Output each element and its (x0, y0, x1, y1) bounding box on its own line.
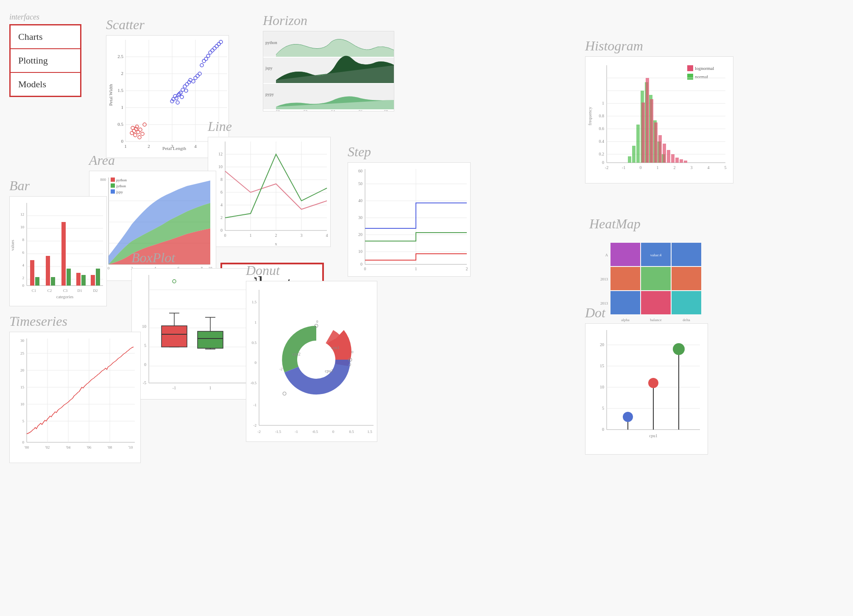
svg-text:jython: jython (116, 184, 126, 188)
svg-point-38 (192, 80, 195, 83)
svg-text:value:4: value:4 (650, 253, 662, 257)
sidebar-item-plotting[interactable]: Plotting (11, 49, 80, 73)
svg-text:-1.5: -1.5 (275, 430, 282, 434)
svg-text:3: 3 (691, 165, 693, 170)
svg-text:0: 0 (22, 440, 25, 444)
svg-point-39 (196, 74, 199, 78)
svg-rect-211 (67, 269, 71, 286)
svg-text:10: 10 (20, 225, 25, 229)
svg-text:0: 0 (121, 139, 124, 144)
donut-title: Donut (246, 263, 377, 278)
svg-text:10: 10 (358, 249, 362, 254)
svg-rect-103 (636, 125, 640, 163)
horizon-section: Horizon python jspy pypy 50s 52s 54s 56s… (263, 13, 394, 113)
svg-text:0.4: 0.4 (599, 139, 605, 144)
svg-text:1.5: 1.5 (117, 88, 123, 93)
step-section: Step 0 10 20 30 40 50 60 0 1 2 (348, 144, 471, 278)
line-section: Line 0 2 4 6 8 10 12 0 1 2 3 4 x values (208, 119, 331, 249)
svg-rect-214 (91, 275, 95, 286)
svg-text:1: 1 (602, 101, 604, 105)
sidebar-item-models[interactable]: Models (11, 73, 80, 96)
svg-text:1: 1 (250, 233, 252, 238)
step-title: Step (348, 144, 471, 160)
svg-text:6: 6 (220, 190, 223, 194)
svg-point-305 (623, 412, 633, 422)
svg-text:cpu3: cpu3 (325, 369, 333, 373)
svg-point-18 (131, 126, 134, 130)
svg-text:jypy: jypy (116, 190, 123, 194)
svg-text:0: 0 (220, 228, 223, 233)
svg-point-32 (176, 101, 179, 104)
svg-text:60: 60 (358, 169, 362, 173)
svg-rect-109 (632, 146, 636, 163)
svg-text:15: 15 (600, 363, 604, 368)
svg-text:10: 10 (600, 385, 604, 389)
svg-text:-2: -2 (348, 363, 351, 367)
svg-text:categories: categories (56, 294, 74, 299)
heatmap-title: HeatMap (589, 216, 721, 232)
svg-point-48 (215, 44, 218, 48)
svg-text:jspy: jspy (265, 66, 273, 70)
svg-point-20 (138, 136, 141, 139)
svg-point-44 (206, 54, 210, 58)
svg-text:0.8: 0.8 (599, 114, 605, 118)
svg-text:15: 15 (20, 385, 25, 389)
svg-text:-1: -1 (254, 403, 257, 407)
svg-rect-110 (628, 156, 631, 163)
svg-rect-152 (111, 189, 115, 194)
svg-rect-114 (650, 99, 653, 163)
sidebar-item-charts[interactable]: Charts (11, 25, 80, 49)
svg-rect-117 (663, 144, 666, 163)
svg-text:D1: D1 (78, 289, 82, 293)
svg-rect-212 (76, 273, 81, 286)
svg-text:2: 2 (275, 233, 277, 238)
boxplot-chart: -5 0 5 10 -1 1 (131, 268, 254, 400)
svg-rect-215 (96, 269, 100, 286)
svg-text:0.5: 0.5 (349, 430, 354, 434)
svg-text:values: values (10, 240, 15, 251)
svg-text:50: 50 (358, 181, 362, 186)
svg-text:5: 5 (144, 343, 146, 348)
svg-rect-206 (30, 260, 34, 286)
timeseries-title: Timeseries (9, 314, 141, 329)
svg-text:'10: '10 (128, 445, 133, 450)
svg-text:5: 5 (602, 406, 604, 411)
svg-text:50s: 50s (276, 109, 282, 111)
svg-text:6: 6 (22, 250, 25, 255)
svg-text:0: 0 (351, 350, 354, 354)
svg-rect-118 (667, 150, 670, 163)
svg-text:x: x (275, 241, 277, 246)
sidebar: interfaces Charts Plotting Models (9, 13, 81, 97)
line-chart: 0 2 4 6 8 10 12 0 1 2 3 4 x values (208, 137, 331, 247)
svg-point-42 (202, 59, 206, 63)
area-title: Area (89, 153, 216, 168)
svg-text:2: 2 (674, 165, 676, 170)
svg-point-13 (134, 127, 138, 130)
svg-point-24 (177, 93, 180, 97)
svg-rect-252 (610, 267, 640, 290)
donut-section: Donut -2 -1 -0.5 0 0.5 1 1.5 -2 -1.5 -1 … (246, 263, 377, 444)
svg-text:0: 0 (255, 361, 257, 365)
svg-rect-210 (61, 222, 66, 286)
bar-section: Bar 0 2 4 6 8 10 12 values (9, 178, 107, 308)
svg-text:0: 0 (108, 266, 110, 270)
svg-point-29 (185, 83, 189, 86)
svg-text:cpu2: cpu2 (292, 352, 300, 356)
svg-text:52s: 52s (304, 109, 309, 111)
svg-text:python: python (265, 40, 277, 45)
svg-rect-248 (610, 243, 640, 266)
svg-text:0.5: 0.5 (252, 341, 257, 345)
timeseries-chart: 0 5 10 15 20 25 30 '00 '02 '04 '06 '08 '… (9, 332, 141, 463)
svg-text:C3: C3 (63, 289, 68, 293)
svg-text:20: 20 (600, 342, 604, 347)
svg-text:20: 20 (20, 368, 25, 372)
svg-text:4: 4 (220, 203, 223, 207)
svg-text:'02: '02 (45, 445, 50, 450)
svg-text:2: 2 (148, 144, 150, 149)
svg-text:cpu1: cpu1 (331, 345, 339, 350)
svg-text:10: 10 (142, 324, 146, 329)
svg-text:0: 0 (332, 430, 335, 434)
svg-rect-120 (675, 158, 679, 163)
svg-text:0: 0 (602, 427, 604, 432)
svg-text:'06: '06 (87, 445, 92, 450)
